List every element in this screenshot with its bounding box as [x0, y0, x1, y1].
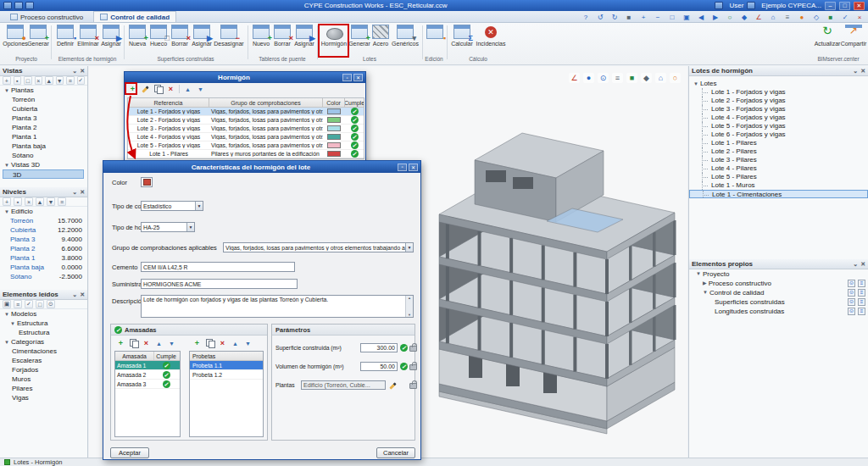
lote-item[interactable]: Lote 1 - Muros: [689, 181, 868, 190]
level-row[interactable]: Cubierta12.2000: [0, 225, 87, 235]
move-up-icon[interactable]: ▲: [36, 197, 44, 206]
vistas-3d-root[interactable]: ▼Vistas 3D: [0, 160, 87, 169]
tab-proceso-constructivo[interactable]: Proceso constructivo: [3, 11, 90, 22]
close-icon[interactable]: ✕: [353, 74, 363, 81]
move-down-icon[interactable]: ▼: [47, 197, 55, 206]
superficie-value[interactable]: 300.00: [360, 343, 398, 352]
scroll-down-icon[interactable]: ▼: [408, 313, 411, 317]
undo-icon[interactable]: [25, 2, 34, 9]
vistas-plantas-root[interactable]: ▼Plantas: [0, 86, 87, 95]
edit-lot-button[interactable]: [141, 85, 150, 94]
close-icon[interactable]: ✕: [860, 261, 865, 268]
lot-row[interactable]: Lote 2 - Forjados y vigas Vigas, forjado…: [128, 116, 364, 125]
duplicate-view-icon[interactable]: □: [24, 76, 32, 85]
lote-item[interactable]: Lote 4 - Forjados y vigas: [689, 114, 868, 122]
previous-view-icon[interactable]: ◀: [696, 13, 706, 22]
color-swatch[interactable]: [327, 151, 341, 157]
fullscreen-icon[interactable]: ■: [826, 13, 836, 22]
close-icon[interactable]: ✕: [80, 68, 85, 75]
lote-item[interactable]: Lote 3 - Pilares: [689, 156, 868, 164]
categoria-item[interactable]: Forjados: [0, 365, 87, 374]
tipo-control-dropdown[interactable]: Estadístico▼: [141, 201, 203, 211]
lock-icon[interactable]: [409, 346, 417, 352]
ribbon-asignar-superficie-button[interactable]: ▶Asignar: [191, 25, 213, 55]
vista-item[interactable]: Planta 2: [0, 123, 87, 132]
color-swatch[interactable]: [327, 108, 341, 114]
categorias-root[interactable]: ▼Categorías: [0, 337, 87, 347]
add-probeta-button[interactable]: +: [192, 339, 202, 348]
add-level-icon[interactable]: +: [3, 197, 11, 206]
amasada-row[interactable]: Amasada 2 ✓: [115, 370, 180, 380]
level-row[interactable]: Planta 13.8000: [0, 253, 87, 263]
color-swatch[interactable]: [327, 117, 341, 123]
amasada-row[interactable]: Amasada 3 ✓: [115, 380, 180, 389]
report-icon[interactable]: ≡: [858, 298, 865, 306]
vista-item[interactable]: Cubierta: [0, 104, 87, 114]
edit-level-icon[interactable]: ▪: [14, 197, 22, 206]
views-icon[interactable]: ⌂: [655, 73, 666, 83]
pan-icon[interactable]: ◆: [739, 13, 749, 22]
color-swatch[interactable]: [327, 125, 341, 131]
color-swatch[interactable]: [327, 134, 341, 140]
ribbon-acero-button[interactable]: Acero: [371, 25, 390, 55]
shadow-icon[interactable]: ◆: [641, 73, 652, 83]
move-up-button[interactable]: ▲: [154, 339, 164, 348]
lot-row[interactable]: Lote 1 - Forjados y vigas Vigas, forjado…: [128, 108, 364, 116]
volumen-value[interactable]: 50.00: [360, 362, 398, 371]
filter-icon[interactable]: ✓: [25, 300, 33, 308]
capture-icon[interactable]: ○: [670, 73, 681, 83]
ribbon-calcular-button[interactable]: ΣCalcular: [450, 25, 474, 55]
categoria-item[interactable]: Vigas: [0, 393, 87, 402]
visibility-icon[interactable]: ⊙: [598, 73, 609, 83]
view-icon[interactable]: ⊙: [848, 289, 855, 297]
ribbon-generar-lotes-button[interactable]: +Generar: [348, 25, 370, 55]
ribbon-generar-proyecto-button[interactable]: +Generar: [27, 25, 49, 55]
ribbon-desasignar-button[interactable]: −Desasignar: [213, 25, 245, 55]
move-down-button[interactable]: ▼: [243, 339, 253, 348]
orbit-icon[interactable]: ○: [725, 13, 735, 22]
lote-item[interactable]: Lote 2 - Forjados y vigas: [689, 97, 868, 105]
zoom-window-icon[interactable]: □: [667, 13, 677, 22]
delete-probeta-button[interactable]: ×: [218, 339, 227, 348]
edit-plantas-button[interactable]: [388, 380, 398, 390]
ribbon-asignar-tablero-button[interactable]: ▶Asignar: [293, 25, 315, 55]
lote-item[interactable]: Lote 1 - Pilares: [689, 139, 868, 147]
next-view-icon[interactable]: ▶: [710, 13, 721, 22]
ribbon-eliminar-button[interactable]: ×Eliminar: [76, 25, 100, 55]
grid-icon[interactable]: ▣: [3, 300, 11, 308]
lote-item[interactable]: Lote 6 - Forjados y vigas: [689, 130, 868, 139]
axes-icon[interactable]: ∠: [569, 73, 580, 83]
ribbon-edicion-button[interactable]: ▪: [426, 25, 444, 55]
maximize-button[interactable]: □: [839, 2, 850, 10]
measure-icon[interactable]: ∠: [754, 13, 764, 22]
collapse-icon[interactable]: ⌄: [853, 68, 858, 75]
lote-item[interactable]: Lote 1 - Forjados y vigas: [689, 88, 868, 97]
move-up-button[interactable]: ▲: [231, 339, 240, 348]
ribbon-actualizar-button[interactable]: ↻Actualizar: [814, 25, 841, 55]
descripcion-textarea[interactable]: Lote de hormigón con forjados y vigas de…: [141, 295, 414, 318]
tipo-hormigon-dropdown[interactable]: HA-25▼: [141, 222, 195, 232]
add-amasada-button[interactable]: +: [116, 339, 125, 348]
help-icon[interactable]: ▫: [342, 74, 352, 81]
lote-item[interactable]: Lote 4 - Pilares: [689, 164, 868, 173]
lot-row[interactable]: Lote 4 - Forjados y vigas Vigas, forjado…: [128, 133, 364, 141]
color-swatch[interactable]: [327, 142, 341, 148]
scroll-up-icon[interactable]: ▲: [408, 296, 411, 300]
estructura-node[interactable]: ▼Estructura: [0, 319, 87, 328]
grupo-comprobaciones-dropdown[interactable]: Vigas, forjados, losas para pavimentos y…: [223, 242, 414, 252]
suministrador-input[interactable]: HORMIGONES ACME: [141, 279, 298, 289]
lote-item[interactable]: Lote 2 - Pilares: [689, 147, 868, 156]
propios-proceso-node[interactable]: ▶Proceso constructivo⊙≡: [689, 279, 868, 288]
ribbon-definir-button[interactable]: ▪Definir: [54, 25, 76, 55]
report-icon[interactable]: ≡: [858, 289, 865, 297]
capture-icon[interactable]: ◇: [811, 13, 821, 22]
list-icon[interactable]: ≡: [66, 76, 75, 85]
info-icon[interactable]: ✓: [840, 13, 850, 22]
minimize-button[interactable]: –: [825, 2, 836, 10]
zoom-out-icon[interactable]: −: [653, 13, 663, 22]
delete-amasada-button[interactable]: ×: [142, 339, 151, 348]
help-icon[interactable]: ?: [581, 13, 591, 22]
list-icon[interactable]: ≡: [14, 300, 22, 308]
lote-item[interactable]: Lote 5 - Pilares: [689, 173, 868, 181]
move-down-icon[interactable]: ▼: [56, 76, 64, 85]
